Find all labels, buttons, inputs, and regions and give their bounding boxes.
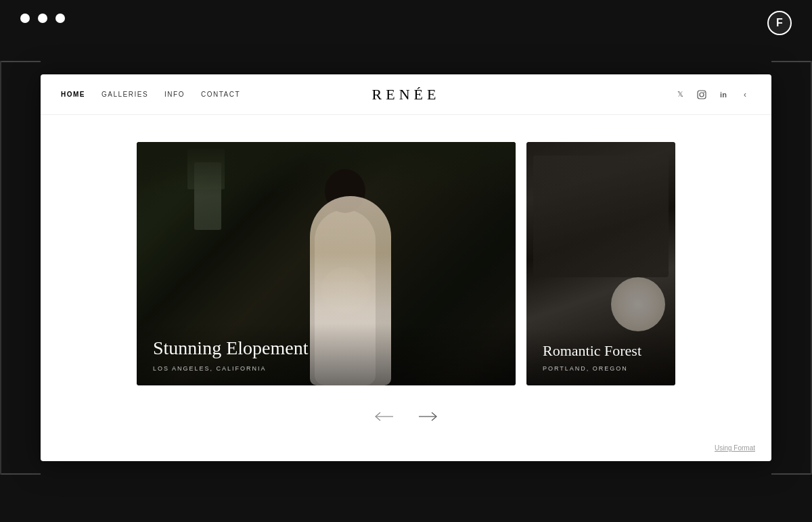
twitter-icon[interactable]: 𝕏 [674, 89, 686, 101]
format-icon-button[interactable]: F [767, 11, 792, 35]
nav-item-contact[interactable]: CONTACT [201, 91, 240, 98]
gallery-card-side[interactable]: Romantic Forest PORTLAND, OREGON [526, 142, 675, 385]
prev-arrow-button[interactable] [371, 404, 396, 429]
share-icon[interactable]: ‹ [739, 89, 751, 101]
site-logo[interactable]: RENÉE [372, 86, 441, 103]
card-title-main: Stunning Elopement [153, 337, 499, 360]
linkedin-icon[interactable]: in [717, 89, 729, 101]
nav-left: HOME GALLERIES INFO CONTACT [61, 91, 240, 98]
main-nav: HOME GALLERIES INFO CONTACT RENÉE 𝕏 in ‹ [41, 74, 771, 115]
next-arrow-button[interactable] [416, 404, 441, 429]
card-location-main: LOS ANGELES, CALIFORNIA [153, 365, 499, 372]
gallery-card-main[interactable]: Stunning Elopement LOS ANGELES, CALIFORN… [137, 142, 516, 385]
window-dot-3 [55, 14, 65, 23]
side-left-border [0, 61, 1, 475]
edge-tr [771, 61, 812, 62]
using-format-link[interactable]: Using Format [715, 444, 755, 452]
browser-window: HOME GALLERIES INFO CONTACT RENÉE 𝕏 in ‹ [41, 74, 771, 461]
outer-frame: F HOME GALLERIES INFO CONTACT RENÉE 𝕏 [0, 0, 812, 522]
gallery-nav-arrows [371, 404, 441, 429]
window-dot-2 [38, 14, 47, 23]
card-overlay-side: Romantic Forest PORTLAND, OREGON [526, 329, 675, 385]
card-title-side: Romantic Forest [543, 342, 659, 360]
instagram-icon[interactable] [696, 89, 708, 101]
card-overlay-main: Stunning Elopement LOS ANGELES, CALIFORN… [137, 323, 516, 385]
edge-bl [0, 473, 41, 475]
svg-rect-0 [698, 91, 706, 99]
edge-tl [0, 61, 41, 62]
window-dot-1 [20, 14, 30, 23]
svg-point-2 [704, 91, 705, 93]
edge-br [771, 473, 812, 475]
gallery-container: Stunning Elopement LOS ANGELES, CALIFORN… [41, 142, 771, 385]
main-content: Stunning Elopement LOS ANGELES, CALIFORN… [41, 115, 771, 461]
svg-point-1 [700, 93, 704, 97]
nav-item-info[interactable]: INFO [164, 91, 185, 98]
nav-right-social: 𝕏 in ‹ [674, 89, 751, 101]
card-location-side: PORTLAND, OREGON [543, 365, 659, 372]
nav-item-galleries[interactable]: GALLERIES [102, 91, 148, 98]
nav-item-home[interactable]: HOME [61, 91, 85, 98]
window-controls [20, 14, 65, 23]
